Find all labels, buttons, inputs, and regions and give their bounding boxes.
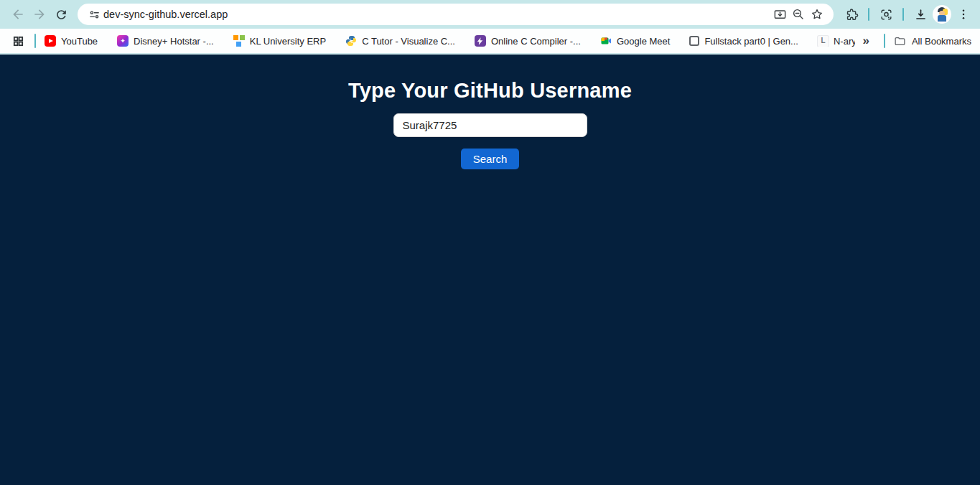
bookmarks-list: YouTube✦Disney+ Hotstar -...KL Universit…: [45, 35, 855, 47]
bookmarks-separator: [884, 34, 885, 48]
bookmark-item[interactable]: Fullstack part0 | Gen...: [689, 36, 798, 47]
site-info-icon: [88, 9, 101, 21]
zoom-button[interactable]: [789, 5, 808, 24]
bookmark-label: C Tutor - Visualize C...: [362, 36, 455, 47]
bookmarks-bar: YouTube✦Disney+ Hotstar -...KL Universit…: [0, 29, 980, 55]
extensions-button[interactable]: [842, 5, 861, 24]
toolbar-right-cluster: [842, 5, 973, 24]
back-icon: [11, 7, 25, 22]
back-button[interactable]: [7, 4, 29, 25]
address-bar[interactable]: dev-sync-github.vercel.app: [78, 4, 834, 25]
all-bookmarks-button[interactable]: All Bookmarks: [894, 35, 971, 47]
zoom-out-icon: [792, 8, 805, 21]
search-button[interactable]: Search: [461, 149, 520, 169]
bookmark-item[interactable]: C Tutor - Visualize C...: [345, 35, 455, 47]
browser-toolbar: dev-sync-github.vercel.app: [0, 0, 980, 29]
bookmark-item[interactable]: LN-ary Tree Level Or...: [818, 36, 856, 47]
leetcode-icon: L: [818, 36, 829, 47]
reload-icon: [55, 8, 68, 22]
bookmark-label: Disney+ Hotstar -...: [134, 36, 214, 47]
document-icon: [689, 36, 699, 46]
page-content: Type Your GitHub Username Search: [0, 55, 980, 485]
bookmark-item[interactable]: KL University ERP: [233, 35, 326, 47]
toolbar-separator: [868, 8, 869, 21]
python-icon: [345, 35, 357, 47]
bookmark-label: N-ary Tree Level Or...: [834, 36, 856, 47]
browser-window: dev-sync-github.vercel.app: [0, 0, 980, 485]
toolbar-separator: [902, 8, 904, 21]
bookmark-this-tab-button[interactable]: [808, 5, 826, 24]
downloads-button[interactable]: [911, 5, 930, 24]
klerp-icon: [233, 35, 245, 47]
bookmark-item[interactable]: Online C Compiler -...: [475, 35, 581, 47]
download-icon: [914, 8, 928, 22]
reload-button[interactable]: [50, 4, 72, 25]
bookmark-label: Fullstack part0 | Gen...: [704, 36, 798, 47]
bookmarks-separator: [34, 34, 36, 48]
github-username-input[interactable]: [393, 113, 587, 137]
programiz-icon: [475, 35, 486, 47]
forward-button[interactable]: [29, 4, 50, 25]
folder-icon: [894, 35, 906, 47]
browser-menu-button[interactable]: [954, 5, 973, 24]
avatar-art: [938, 15, 946, 22]
hotstar-icon: ✦: [117, 35, 129, 47]
bookmark-label: YouTube: [61, 36, 98, 47]
url-text[interactable]: dev-sync-github.vercel.app: [103, 9, 770, 20]
bookmark-star-icon: [811, 8, 823, 21]
meet-icon: [600, 35, 612, 47]
extensions-icon: [845, 8, 859, 22]
apps-grid-icon: [12, 35, 24, 47]
bookmarks-overflow-chevron[interactable]: »: [855, 34, 876, 48]
bookmark-item[interactable]: Google Meet: [600, 35, 670, 47]
page-title: Type Your GitHub Username: [348, 79, 632, 103]
bookmark-item[interactable]: ✦Disney+ Hotstar -...: [117, 35, 214, 47]
menu-kebab-icon: [957, 8, 970, 21]
apps-grid-button[interactable]: [9, 32, 27, 50]
bookmark-label: KL University ERP: [250, 36, 326, 47]
site-info-button[interactable]: [85, 5, 103, 24]
bookmark-item[interactable]: YouTube: [45, 35, 98, 47]
bookmark-label: Online C Compiler -...: [491, 36, 581, 47]
screen-capture-icon: [879, 8, 893, 22]
all-bookmarks-label: All Bookmarks: [912, 36, 971, 47]
screen-capture-button[interactable]: [877, 5, 895, 24]
youtube-icon: [45, 35, 56, 47]
bookmark-label: Google Meet: [617, 36, 670, 47]
install-app-button[interactable]: [770, 5, 789, 24]
install-icon: [773, 8, 787, 22]
forward-icon: [32, 7, 47, 22]
profile-avatar[interactable]: [933, 5, 951, 24]
